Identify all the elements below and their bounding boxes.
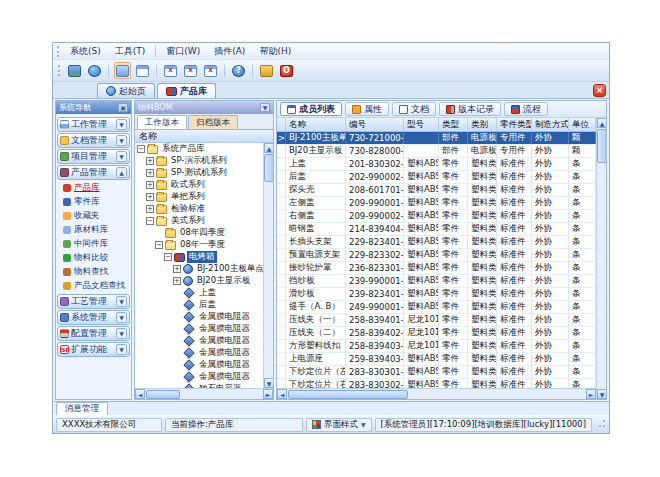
table-row[interactable]: BJ20主显示板730-828000-04X部件电源板专用件外协颗 xyxy=(277,145,596,158)
column-header-型号[interactable]: 型号 xyxy=(404,118,439,131)
column-header-类别[interactable]: 类别 xyxy=(468,118,497,131)
table-row[interactable]: 后盖202-990002-01X塑料ABS零件塑料类标准件外协条 xyxy=(277,171,596,184)
expand-icon[interactable]: + xyxy=(173,265,181,273)
table-row[interactable]: 预置电源支架229-823302-00X塑料ABS零件塑料类标准件外协条 xyxy=(277,249,596,262)
column-header-编号[interactable]: 编号 xyxy=(346,118,404,131)
tree-node-检验标准[interactable]: +检验标准 xyxy=(135,203,263,215)
expand-icon[interactable]: + xyxy=(146,181,154,189)
new-window-icon-button[interactable]: x xyxy=(162,62,179,79)
power-icon-button[interactable]: O xyxy=(278,62,295,79)
sidebar-group-项目管理[interactable]: 项目管理▼ xyxy=(57,149,130,164)
tree-node-SP-演示机系列[interactable]: +SP-演示机系列 xyxy=(135,155,263,167)
tree-node-BJ-2100主板单点[interactable]: +BJ-2100主板单点 xyxy=(135,263,263,275)
sidebar-item-原材料库[interactable]: 原材料库 xyxy=(57,223,130,237)
tab-流程[interactable]: 流程 xyxy=(504,102,548,116)
desktop-settings-icon-button[interactable] xyxy=(66,62,83,79)
expand-icon[interactable]: + xyxy=(146,157,154,165)
tree-node-金属膜电阻器[interactable]: 金属膜电阻器 xyxy=(135,359,263,371)
tree-node-欧式系列[interactable]: +欧式系列 xyxy=(135,179,263,191)
table-row[interactable]: 右侧盖209-990002-01X塑料ABS零件塑料类标准件外协条 xyxy=(277,210,596,223)
table-row[interactable]: 接纱轮护罩236-823301-00X塑料ABS零件塑料类标准件外协条 xyxy=(277,262,596,275)
tree-node-08年四季度[interactable]: 08年四季度 xyxy=(135,227,263,239)
ui-style-selector[interactable]: 界面样式 ▼ xyxy=(306,418,372,432)
sidebar-item-产品文档查找[interactable]: 产品文档查找 xyxy=(57,279,130,293)
tree-node-美式系列[interactable]: −美式系列 xyxy=(135,215,263,227)
expand-icon[interactable]: + xyxy=(146,205,154,213)
table-row[interactable]: 压线夹（一）258-839401-00X尼龙1010零件塑料类标准件外协条 xyxy=(277,314,596,327)
tree-node-BJ20主显示板[interactable]: +BJ20主显示板 xyxy=(135,275,263,287)
sidebar-item-收藏夹[interactable]: 收藏夹 xyxy=(57,209,130,223)
table-row[interactable]: 压线夹（二）258-839402-00X尼龙1010零件塑料类标准件外协条 xyxy=(277,327,596,340)
chevron-up-icon[interactable]: ▲ xyxy=(116,167,127,178)
sidebar-item-中间件库[interactable]: 中间件库 xyxy=(57,237,130,251)
scroll-left-icon[interactable]: ◄ xyxy=(277,389,287,399)
scroll-right-icon[interactable]: ► xyxy=(586,389,596,399)
tree-node-08年一季度[interactable]: −08年一季度 xyxy=(135,239,263,251)
scroll-up-icon[interactable]: ▲ xyxy=(264,143,273,153)
scrollbar-thumb[interactable] xyxy=(597,129,606,163)
window-columns-icon-button[interactable] xyxy=(134,62,151,79)
scroll-left-icon[interactable]: ◄ xyxy=(135,389,145,399)
chevron-down-icon[interactable]: ▼ xyxy=(116,151,127,162)
column-header-零件类型[interactable]: 零件类型 xyxy=(497,118,532,131)
expand-icon[interactable]: + xyxy=(146,193,154,201)
expand-icon[interactable]: + xyxy=(173,277,181,285)
scrollbar-thumb[interactable] xyxy=(146,390,180,399)
table-row[interactable]: 长插头支架229-823401-00X塑料ABS零件塑料类标准件外协条 xyxy=(277,236,596,249)
collapse-icon[interactable]: − xyxy=(155,241,163,249)
scroll-right-icon[interactable]: ► xyxy=(263,389,273,399)
chevron-down-icon[interactable]: ▼ xyxy=(116,344,127,355)
chevron-down-icon[interactable]: ▼ xyxy=(116,135,127,146)
collapse-icon[interactable]: − xyxy=(164,253,172,261)
table-vertical-scrollbar[interactable]: ▲ ▼ xyxy=(596,118,606,399)
table-row[interactable]: 暗钢盖214-839404-01X塑料ABS零件塑料类标准件外协条 xyxy=(277,223,596,236)
tree-vertical-scrollbar[interactable]: ▲ ▼ xyxy=(263,143,273,388)
tab-属性[interactable]: 属性 xyxy=(345,102,389,116)
chevron-down-icon[interactable]: ▼ xyxy=(116,328,127,339)
tree-node-系统产品库[interactable]: −系统产品库 xyxy=(135,143,263,155)
tree-node-金属膜电阻器[interactable]: 金属膜电阻器 xyxy=(135,371,263,383)
collapse-icon[interactable]: − xyxy=(146,217,154,225)
column-header-名称[interactable]: 名称 xyxy=(286,118,346,131)
tree-column-header[interactable]: 名称 xyxy=(135,130,273,143)
lock-icon-button[interactable] xyxy=(258,62,275,79)
table-row[interactable]: 上盖201-830302-00X塑料ABS零件塑料类标准件外协条 xyxy=(277,158,596,171)
column-header-类型[interactable]: 类型 xyxy=(439,118,468,131)
sidebar-group-产品管理[interactable]: 产品管理▲ xyxy=(57,165,130,180)
tree-node-后盖[interactable]: 后盖 xyxy=(135,299,263,311)
table-row[interactable]: 提手（A. B）249-990001-01X塑料ABS零件塑料类标准件外协条 xyxy=(277,301,596,314)
sidebar-group-文档管理[interactable]: 文档管理▼ xyxy=(57,133,130,148)
toolbar-grip[interactable] xyxy=(57,46,60,57)
table-horizontal-scrollbar[interactable]: ◄ ► xyxy=(277,388,596,399)
expand-icon[interactable]: + xyxy=(146,169,154,177)
table-row[interactable]: 探头壳208-601701-01X塑料ABS零件塑料类标准件外协条 xyxy=(277,184,596,197)
scrollbar-thumb[interactable] xyxy=(288,390,408,399)
globe-icon-button[interactable] xyxy=(86,62,103,79)
sidebar-group-扩展功能[interactable]: SP扩展功能▼ xyxy=(57,342,130,357)
tab-成员列表[interactable]: 成员列表 xyxy=(280,102,342,116)
scroll-up-icon[interactable]: ▲ xyxy=(597,118,606,128)
table-row[interactable]: >BJ-2100主板单点730-721000-12X部件电源板专用件外协颗 xyxy=(277,132,596,145)
sidebar-item-产品库[interactable]: 产品库 xyxy=(57,181,130,195)
tree-node-电烤箱[interactable]: −电烤箱 xyxy=(135,251,263,263)
close-window-icon-button[interactable]: x xyxy=(202,62,219,79)
table-row[interactable]: 挡纱板239-990001-01X塑料ABS零件塑料类标准件外协条 xyxy=(277,275,596,288)
scroll-down-icon[interactable]: ▼ xyxy=(597,389,606,399)
scrollbar-thumb[interactable] xyxy=(264,154,273,182)
chevron-down-icon[interactable]: ▼ xyxy=(116,119,127,130)
sidebar-menu-icon[interactable]: ▣ xyxy=(118,103,128,112)
menu-item-4[interactable]: 插件(A) xyxy=(208,44,251,59)
tree-node-金属膜电阻器[interactable]: 金属膜电阻器 xyxy=(135,311,263,323)
table-row[interactable]: 方形塑料线扣258-839403-00X尼龙1010零件塑料类标准件外协条 xyxy=(277,340,596,353)
chevron-down-icon[interactable]: ▼ xyxy=(116,296,127,307)
sidebar-item-零件库[interactable]: 零件库 xyxy=(57,195,130,209)
panel-dropdown-icon[interactable]: ▼ xyxy=(260,103,270,112)
table-row[interactable]: 下纱定位片（右）283-830302-00X塑料ABS零件塑料类标准件外协条 xyxy=(277,379,596,388)
table-row[interactable]: 下纱定位片（左）283-830301-00X塑料ABS零件塑料类标准件外协条 xyxy=(277,366,596,379)
table-row[interactable]: 上电源座259-839403-00X塑料ABS零件塑料类标准件外协条 xyxy=(277,353,596,366)
resize-grip[interactable] xyxy=(596,419,606,431)
sidebar-group-工作管理[interactable]: 工作管理▼ xyxy=(57,117,130,132)
tab-message-management[interactable]: 消息管理 xyxy=(56,402,108,415)
folder-browser-icon-button[interactable] xyxy=(114,62,131,79)
help-icon-button[interactable]: ? xyxy=(230,62,247,79)
